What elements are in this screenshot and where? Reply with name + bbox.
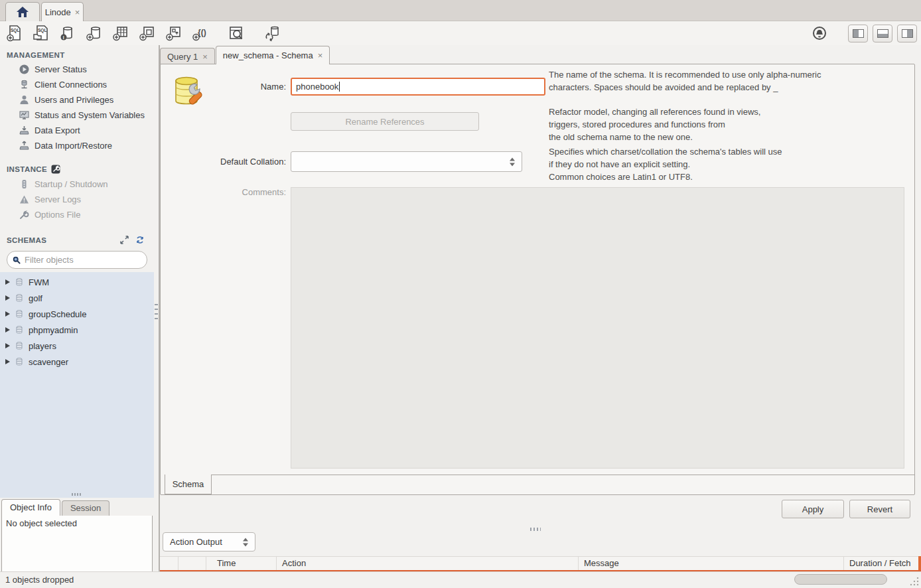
create-view-button[interactable] xyxy=(138,24,157,42)
schema-icon xyxy=(15,325,24,334)
new-sql-tab-button[interactable]: SQL xyxy=(5,24,24,42)
open-sql-script-button[interactable]: SQL xyxy=(32,24,50,42)
sidebar-item-server-logs[interactable]: Server Logs xyxy=(0,192,154,207)
schema-icon xyxy=(15,357,24,366)
column-header-action[interactable]: Action xyxy=(277,557,579,570)
schema-row-fwm[interactable]: FWM xyxy=(0,274,154,290)
close-icon[interactable]: × xyxy=(75,8,80,17)
collation-value xyxy=(291,157,297,167)
action-output-selector[interactable]: Action Output xyxy=(163,532,255,551)
revert-button[interactable]: Revert xyxy=(849,500,910,518)
expand-schemas-icon[interactable] xyxy=(120,236,129,244)
toggle-bottom-panel-button[interactable] xyxy=(873,25,892,42)
close-icon[interactable]: × xyxy=(318,51,323,60)
sidebar-horizontal-splitter[interactable] xyxy=(0,491,154,498)
sidebar-item-data-import[interactable]: Data Import/Restore xyxy=(0,138,154,153)
comments-textarea[interactable] xyxy=(291,187,904,469)
svg-text:i: i xyxy=(63,35,64,40)
schema-name-input[interactable]: phonebook xyxy=(291,78,545,96)
svg-text:SQL: SQL xyxy=(11,28,19,33)
expander-icon[interactable] xyxy=(5,359,10,364)
column-header-duration[interactable]: Duration / Fetch xyxy=(844,557,921,570)
toggle-left-panel-button[interactable] xyxy=(848,25,868,42)
create-procedure-button[interactable] xyxy=(165,24,183,42)
system-variables-icon xyxy=(19,110,29,121)
collation-select[interactable] xyxy=(291,151,522,172)
sidebar-vertical-splitter[interactable] xyxy=(154,45,160,571)
schema-row-players[interactable]: players xyxy=(0,338,154,354)
apply-label: Apply xyxy=(802,504,824,514)
schema-row-phpmyadmin[interactable]: phpmyadmin xyxy=(0,322,154,338)
connection-tab-label: Linode xyxy=(45,7,71,17)
column-header-blank1[interactable] xyxy=(160,557,178,570)
connection-tab-linode[interactable]: Linode × xyxy=(41,2,84,21)
create-schema-button[interactable] xyxy=(85,24,104,42)
schemas-title: SCHEMAS xyxy=(7,236,46,244)
connection-status-icon xyxy=(812,26,827,40)
horizontal-scrollbar-thumb[interactable] xyxy=(794,574,887,585)
create-table-button[interactable] xyxy=(111,24,130,42)
tab-query-1[interactable]: Query 1 × xyxy=(160,48,215,64)
toggle-right-panel-icon xyxy=(902,29,913,38)
instance-title: INSTANCE xyxy=(7,165,47,173)
sidebar-item-status-system-variables[interactable]: Status and System Variables xyxy=(0,108,154,123)
mysql-workbench-window: Linode × SQL SQL xyxy=(0,0,921,588)
inspect-database-button[interactable]: i xyxy=(58,24,77,42)
name-help-text: The name of the schema. It is recommende… xyxy=(549,68,887,94)
toggle-bottom-panel-icon xyxy=(877,29,888,38)
column-header-message[interactable]: Message xyxy=(579,557,844,570)
create-table-icon xyxy=(112,25,129,42)
apply-button[interactable]: Apply xyxy=(782,500,844,518)
output-splitter[interactable] xyxy=(530,528,541,531)
navigator-sidebar: MANAGEMENT Server Status Client Connecti… xyxy=(0,45,154,571)
search-data-button[interactable] xyxy=(227,24,246,42)
expander-icon[interactable] xyxy=(5,343,10,348)
window-resize-grip[interactable] xyxy=(909,576,919,586)
schema-row-groupschedule[interactable]: groupSchedule xyxy=(0,306,154,322)
schema-row-golf[interactable]: golf xyxy=(0,290,154,306)
tab-object-info[interactable]: Object Info xyxy=(1,499,60,516)
tab-session[interactable]: Session xyxy=(62,500,109,516)
home-tab[interactable] xyxy=(5,2,40,21)
schema-name: scavenger xyxy=(29,357,68,367)
text-caret xyxy=(339,82,340,92)
sidebar-item-client-connections[interactable]: Client Connections xyxy=(0,77,154,92)
column-header-time[interactable]: Time xyxy=(206,557,277,570)
expander-icon[interactable] xyxy=(5,279,10,285)
rename-references-button[interactable]: Rename References xyxy=(291,112,479,131)
splitter-grip-icon xyxy=(155,304,158,321)
sidebar-item-data-export[interactable]: Data Export xyxy=(0,123,154,138)
schema-filter-input[interactable] xyxy=(25,255,141,265)
reconnect-dbms-button[interactable] xyxy=(263,24,281,42)
status-text: 1 objects dropped xyxy=(5,575,74,585)
close-icon[interactable]: × xyxy=(202,52,208,61)
reconnect-dbms-icon xyxy=(263,25,281,42)
expander-icon[interactable] xyxy=(5,295,10,301)
refresh-schemas-icon[interactable] xyxy=(135,236,145,244)
rename-references-label: Rename References xyxy=(345,117,424,127)
sidebar-item-users-privileges[interactable]: Users and Privileges xyxy=(0,92,154,108)
connection-status-button[interactable] xyxy=(810,24,829,42)
rename-help-text: Refactor model, changing all references … xyxy=(549,106,887,143)
schemas-section-header: SCHEMAS xyxy=(0,230,154,247)
sidebar-item-server-status[interactable]: Server Status xyxy=(0,62,154,77)
tab-new-schema[interactable]: new_schema - Schema × xyxy=(216,46,330,64)
svg-text:SQL: SQL xyxy=(38,28,46,33)
create-function-button[interactable]: {() xyxy=(191,24,210,42)
data-import-icon xyxy=(19,141,29,151)
server-logs-icon xyxy=(19,194,29,205)
sidebar-item-label: Options File xyxy=(35,210,80,220)
sidebar-item-startup-shutdown[interactable]: Startup / Shutdown xyxy=(0,177,154,192)
toggle-right-panel-button[interactable] xyxy=(897,25,917,42)
schema-list: FWM golf groupSchedule phpmyadmin player xyxy=(0,272,154,491)
column-header-blank2[interactable] xyxy=(178,557,206,570)
expander-icon[interactable] xyxy=(5,311,10,317)
tab-schema-page[interactable]: Schema xyxy=(165,475,212,494)
status-bar: 1 objects dropped xyxy=(0,571,921,588)
options-file-icon xyxy=(19,210,29,220)
schema-row-scavenger[interactable]: scavenger xyxy=(0,354,154,370)
expander-icon[interactable] xyxy=(5,327,10,332)
create-function-icon: {() xyxy=(192,25,209,42)
connection-tabbar: Linode × xyxy=(0,0,921,21)
sidebar-item-options-file[interactable]: Options File xyxy=(0,207,154,222)
